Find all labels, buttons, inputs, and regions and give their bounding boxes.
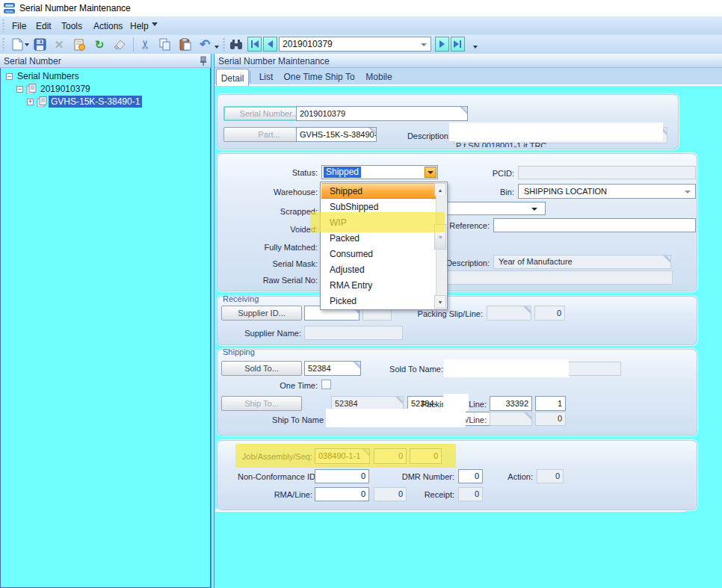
tree-item-serial[interactable]: 2019010379 — [40, 84, 90, 94]
dropdown-item-wip[interactable]: WIP — [321, 214, 436, 230]
ds-pack-line-field: 0 — [535, 412, 566, 426]
action-field: 0 — [537, 469, 564, 483]
tree-panel-header: Serial Number — [0, 54, 211, 68]
find-icon — [229, 39, 243, 50]
refresh-button[interactable]: ↻ — [91, 37, 108, 52]
undo-button[interactable]: ↶ — [197, 37, 213, 52]
ncr-label: Non-Conformance ID: — [238, 472, 312, 481]
dropdown-item-adjusted[interactable]: Adjusted — [321, 261, 436, 277]
dropdown-scroll-down-button[interactable]: ▼ — [434, 295, 446, 309]
ship-to-button[interactable]: Ship To... — [221, 396, 302, 411]
delete-button[interactable]: ✕ — [51, 37, 67, 52]
one-time-checkbox[interactable] — [321, 380, 331, 389]
nav-prev-button[interactable] — [263, 37, 277, 52]
sold-to-button[interactable]: Sold To... — [221, 361, 302, 376]
menu-overflow-chevron-icon[interactable] — [152, 22, 158, 26]
tree-part-expand-box[interactable]: + — [27, 99, 34, 105]
tree-serial-collapse-box[interactable]: − — [16, 86, 23, 93]
tab-one-time-ship-to[interactable]: One Time Ship To — [280, 69, 358, 85]
job-field[interactable]: 038490-1-1 — [315, 448, 370, 464]
find-button[interactable] — [228, 37, 244, 52]
menu-tools[interactable]: Tools — [58, 16, 85, 35]
reference-field[interactable] — [493, 218, 696, 232]
pcid-label: PCID: — [454, 169, 514, 178]
delete-icon: ✕ — [55, 38, 64, 52]
ncr-field[interactable]: 0 — [315, 469, 369, 483]
menu-help[interactable]: Help — [127, 16, 152, 35]
new-icon — [12, 38, 23, 51]
pin-icon[interactable] — [200, 56, 207, 66]
supplier-name-field — [304, 326, 403, 340]
ship-to-name-label: Ship To Name — [249, 415, 324, 424]
nav-prev-icon — [268, 40, 273, 48]
clear-button[interactable] — [111, 37, 127, 52]
paste-icon — [179, 38, 191, 51]
bin-combo[interactable]: SHIPPING LOCATION — [518, 184, 696, 199]
dropdown-item-rma-entry[interactable]: RMA Entry — [321, 277, 436, 293]
rma-label: RMA/Line: — [238, 490, 312, 499]
tab-detail[interactable]: Detail — [216, 69, 249, 87]
scrapped-label: Scrapped: — [243, 207, 318, 216]
undo-dropdown-icon[interactable] — [215, 46, 219, 49]
cut-button[interactable]: ✂ — [138, 37, 154, 52]
tab-mobile[interactable]: Mobile — [361, 69, 397, 85]
paste-button[interactable] — [177, 37, 194, 52]
assembly-field[interactable]: 0 — [374, 448, 407, 464]
scrapped-combo-dropdown-icon[interactable] — [531, 208, 537, 211]
toolbar-overflow-icon[interactable] — [473, 46, 478, 49]
tree-root-collapse-box[interactable]: − — [6, 73, 13, 80]
tree-panel-title: Serial Number — [4, 56, 61, 66]
record-combo[interactable]: 2019010379 — [279, 37, 431, 52]
dropdown-item-packed[interactable]: Packed — [321, 230, 436, 246]
tree-item-root[interactable]: Serial Numbers — [17, 71, 79, 81]
menu-actions[interactable]: Actions — [90, 16, 126, 35]
tab-separator — [250, 71, 250, 83]
nav-last-button[interactable] — [451, 37, 465, 52]
tab-list[interactable]: List — [253, 69, 279, 85]
dropdown-item-subshipped[interactable]: SubShipped — [321, 199, 436, 214]
nav-next-icon — [439, 40, 445, 48]
record-combo-dropdown-icon[interactable] — [421, 43, 427, 46]
part-field[interactable]: GVHS-15K-S-38490-1 — [296, 127, 377, 142]
new-dropdown-icon[interactable] — [25, 43, 29, 46]
menu-file[interactable]: File — [9, 16, 29, 35]
shipping-packing-line-field[interactable]: 1 — [535, 396, 566, 411]
dropdown-item-picked[interactable]: Picked — [321, 293, 436, 309]
receipt-label: Receipt: — [380, 490, 454, 499]
seq-field[interactable]: 0 — [410, 448, 442, 464]
fully-matched-label: Fully Matched: — [243, 243, 318, 252]
ship-to-redaction-overlay-2 — [326, 409, 466, 427]
print-icon — [73, 38, 86, 51]
mask-description-field: Year of Manufacture — [493, 255, 671, 269]
receiving-packing-slip-field — [487, 306, 531, 321]
copy-button[interactable] — [157, 37, 173, 52]
serial-mask-label: Serial Mask: — [243, 259, 318, 268]
save-button[interactable] — [31, 37, 48, 52]
menu-edit[interactable]: Edit — [33, 16, 55, 35]
status-combo[interactable]: Shipped — [321, 165, 438, 179]
description-label: Description: — [376, 131, 451, 140]
rma-field[interactable]: 0 — [315, 487, 369, 501]
status-combo-dropdown-button[interactable] — [425, 167, 436, 178]
shipping-packing-slip-field[interactable]: 33392 — [490, 396, 532, 411]
copy-icon — [159, 38, 171, 51]
dropdown-item-consumed[interactable]: Consumed — [321, 246, 436, 261]
one-time-label: One Time: — [243, 381, 318, 390]
refresh-icon: ↻ — [95, 38, 105, 52]
ds-pack-slip-field — [490, 412, 532, 426]
dropdown-scroll-thumb[interactable]: ≡ — [434, 224, 446, 250]
voided-label: Voided: — [243, 225, 318, 234]
title-bar: Serial Number Maintenance — [0, 0, 722, 16]
nav-first-button[interactable] — [247, 37, 262, 52]
sold-to-field[interactable]: 52384 — [304, 361, 361, 376]
dropdown-item-shipped[interactable]: Shipped — [321, 183, 436, 199]
tree-item-part[interactable]: GVHS-15K-S-38490-1 — [49, 96, 142, 108]
new-button[interactable] — [9, 37, 25, 52]
print-button[interactable] — [71, 37, 87, 52]
nav-next-button[interactable] — [435, 37, 449, 52]
bin-dropdown-icon[interactable] — [685, 191, 691, 194]
serial-number-field[interactable]: 2019010379 — [296, 106, 468, 121]
nav-first-icon — [250, 40, 259, 48]
warehouse-label: Warehouse: — [243, 188, 318, 196]
supplier-id-button[interactable]: Supplier ID... — [221, 306, 302, 321]
